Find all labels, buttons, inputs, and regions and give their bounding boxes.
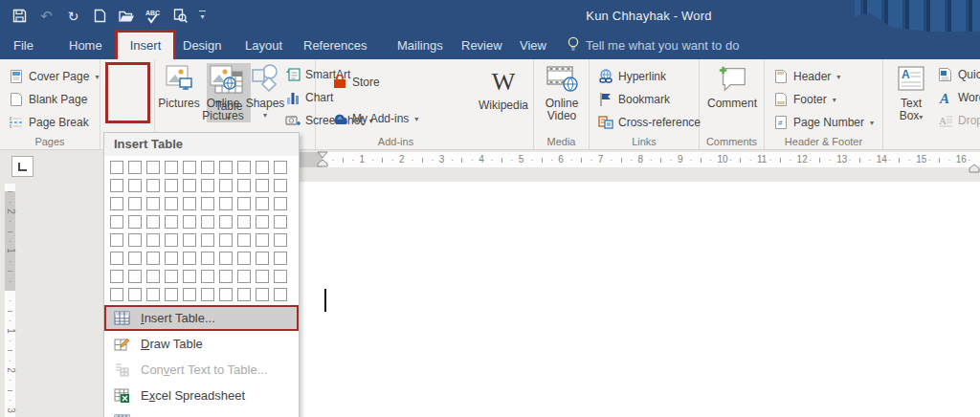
bookmark-button[interactable]: Bookmark [590,88,699,111]
grid-cell[interactable] [146,197,160,210]
customize-quick-access-icon[interactable]: ▾ [199,11,206,22]
grid-cell[interactable] [201,179,214,192]
menu-item-draw-table[interactable]: Draw Table [104,331,299,357]
grid-cell[interactable] [183,197,196,210]
grid-cell[interactable] [110,215,123,229]
document-page[interactable] [221,182,980,417]
grid-cell[interactable] [183,161,196,174]
grid-cell[interactable] [146,179,160,192]
blank-page-button[interactable]: Blank Page [0,88,100,111]
grid-cell[interactable] [128,270,142,283]
grid-cell[interactable] [274,179,287,192]
grid-cell[interactable] [146,288,160,301]
table-size-grid[interactable] [104,156,299,305]
grid-cell[interactable] [201,197,214,210]
new-document-icon[interactable] [92,8,108,24]
print-preview-icon[interactable] [172,8,189,24]
grid-cell[interactable] [237,270,251,283]
hyperlink-button[interactable]: Hyperlink [590,65,699,88]
grid-cell[interactable] [110,233,123,247]
grid-cell[interactable] [128,215,142,229]
grid-cell[interactable] [237,179,251,192]
wikipedia-button[interactable]: W Wikipedia [475,65,532,112]
header-button[interactable]: Header▾ [765,65,882,88]
grid-cell[interactable] [237,252,251,265]
grid-cell[interactable] [256,288,269,301]
grid-cell[interactable] [274,270,287,283]
grid-cell[interactable] [183,252,196,265]
undo-icon[interactable]: ↶ [38,8,55,24]
grid-cell[interactable] [237,233,251,247]
open-icon[interactable] [119,8,135,24]
grid-cell[interactable] [128,197,142,210]
grid-cell[interactable] [128,161,142,174]
grid-cell[interactable] [183,233,196,247]
grid-cell[interactable] [201,161,214,174]
grid-cell[interactable] [256,270,269,283]
grid-cell[interactable] [274,233,287,247]
grid-cell[interactable] [165,270,178,283]
tab-review[interactable]: Review [461,32,502,59]
page-break-button[interactable]: Page Break [0,111,100,134]
grid-cell[interactable] [201,233,214,247]
grid-cell[interactable] [201,270,214,283]
menu-item-convert-text-to-table[interactable]: Convert Text to Table... [104,357,299,383]
grid-cell[interactable] [256,233,269,247]
grid-cell[interactable] [274,252,287,265]
grid-cell[interactable] [219,270,233,283]
grid-cell[interactable] [110,179,123,192]
grid-cell[interactable] [128,288,142,301]
grid-cell[interactable] [183,288,196,301]
tab-file[interactable]: File [13,32,33,59]
quick-parts-button[interactable]: Quick Parts▾ [937,63,980,86]
grid-cell[interactable] [256,215,269,229]
grid-cell[interactable] [165,197,178,210]
grid-cell[interactable] [128,179,142,192]
grid-cell[interactable] [274,197,287,210]
grid-cell[interactable] [110,252,123,265]
grid-cell[interactable] [237,215,251,229]
first-line-indent-marker[interactable] [317,151,328,172]
menu-item-quick-tables[interactable]: Quick Tables ▸ [104,408,299,417]
redo-icon[interactable]: ↻ [65,8,81,24]
grid-cell[interactable] [128,252,142,265]
grid-cell[interactable] [219,233,233,247]
grid-cell[interactable] [165,252,178,265]
cover-page-button[interactable]: Cover Page▾ [0,65,100,88]
online-pictures-button[interactable]: Online Pictures [200,62,246,122]
page-number-button[interactable]: # Page Number▾ [765,111,882,134]
grid-cell[interactable] [165,161,178,174]
save-icon[interactable] [11,8,28,24]
online-video-button[interactable]: Online Video [539,62,585,122]
grid-cell[interactable] [183,215,196,229]
grid-cell[interactable] [219,197,233,210]
grid-cell[interactable] [219,161,233,174]
grid-cell[interactable] [256,252,269,265]
grid-cell[interactable] [110,197,123,210]
wordart-button[interactable]: A WordArt▾ [937,86,980,109]
grid-cell[interactable] [128,233,142,247]
comment-button[interactable]: Comment [705,62,759,110]
grid-cell[interactable] [201,288,214,301]
grid-cell[interactable] [146,270,160,283]
grid-cell[interactable] [219,179,233,192]
grid-cell[interactable] [219,252,233,265]
grid-cell[interactable] [237,288,251,301]
grid-cell[interactable] [183,270,196,283]
grid-cell[interactable] [110,288,123,301]
tab-stop-selector[interactable] [11,156,33,177]
tab-layout[interactable]: Layout [245,32,282,59]
tab-view[interactable]: View [520,32,546,59]
menu-item-excel-spreadsheet[interactable]: Excel Spreadsheet [104,383,299,408]
grid-cell[interactable] [256,179,269,192]
grid-cell[interactable] [165,179,178,192]
grid-cell[interactable] [274,215,287,229]
grid-cell[interactable] [219,215,233,229]
grid-cell[interactable] [146,215,160,229]
footer-button[interactable]: Footer▾ [765,88,882,111]
grid-cell[interactable] [183,179,196,192]
grid-cell[interactable] [165,215,178,229]
grid-cell[interactable] [274,161,287,174]
text-box-button[interactable]: A Text Box▾ [891,62,931,123]
grid-cell[interactable] [165,288,178,301]
